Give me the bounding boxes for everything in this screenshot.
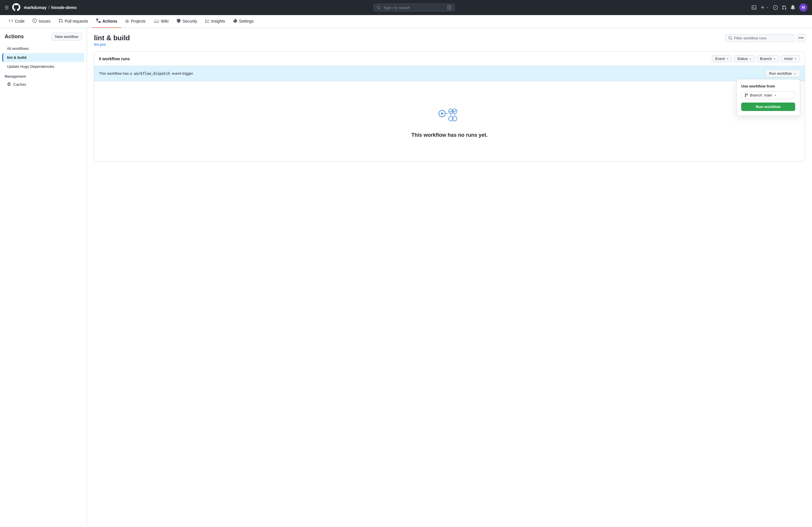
actor-chevron-icon bbox=[794, 57, 797, 60]
filter-input[interactable] bbox=[734, 36, 792, 40]
new-workflow-button[interactable]: New workflow bbox=[51, 33, 82, 41]
search-bar[interactable]: / bbox=[374, 4, 455, 11]
branch-select[interactable]: Branch: main bbox=[741, 91, 795, 99]
runs-panel: 0 workflow runs Event Status Branch bbox=[94, 51, 805, 162]
top-nav: ☰ markdumay / hinode-demo / bbox=[0, 0, 812, 15]
content-title-area: lint & build lint.yml bbox=[94, 34, 130, 47]
insights-icon bbox=[205, 19, 209, 24]
nav-insights-label: Insights bbox=[211, 19, 225, 24]
event-label: Event bbox=[715, 57, 725, 61]
run-workflow-label: Run workflow bbox=[769, 71, 792, 76]
status-chevron-icon bbox=[749, 57, 752, 60]
search-area: / bbox=[81, 4, 747, 11]
issues-icon bbox=[32, 18, 37, 24]
runs-header: 0 workflow runs Event Status Branch bbox=[94, 51, 805, 66]
sidebar-header: Actions New workflow bbox=[0, 33, 87, 44]
nav-actions[interactable]: Actions bbox=[92, 15, 121, 28]
event-filter-btn[interactable]: Event bbox=[712, 55, 732, 62]
sidebar-all-workflows[interactable]: All workflows bbox=[2, 44, 84, 53]
status-filter-btn[interactable]: Status bbox=[734, 55, 755, 62]
terminal-btn[interactable] bbox=[752, 5, 756, 10]
page-title: lint & build bbox=[94, 34, 130, 42]
nav-pull-requests[interactable]: Pull requests bbox=[55, 15, 92, 28]
sidebar-item-update-hugo[interactable]: Update Hugo Dependencies bbox=[2, 62, 84, 71]
branch-chevron-icon bbox=[773, 57, 776, 60]
svg-marker-1 bbox=[441, 112, 444, 115]
settings-icon bbox=[233, 19, 237, 24]
nav-wiki-label: Wiki bbox=[161, 19, 169, 24]
page-subtitle: lint.yml bbox=[94, 42, 130, 47]
sidebar: Actions New workflow All workflows lint … bbox=[0, 28, 87, 526]
content-header: lint & build lint.yml ••• bbox=[94, 34, 805, 47]
avatar[interactable]: M bbox=[799, 3, 807, 12]
nav-pr-label: Pull requests bbox=[65, 19, 88, 24]
nav-wiki[interactable]: 📖 Wiki bbox=[150, 15, 173, 28]
notifications-btn[interactable] bbox=[791, 5, 795, 10]
run-workflow-confirm-btn[interactable]: Run workflow bbox=[741, 103, 795, 111]
search-icon bbox=[377, 5, 381, 10]
lint-yml-link[interactable]: lint.yml bbox=[94, 42, 105, 47]
content-area: lint & build lint.yml ••• 0 workflow run… bbox=[87, 28, 812, 526]
repo-owner-link[interactable]: markdumay bbox=[24, 5, 47, 10]
code-icon bbox=[9, 18, 13, 24]
nav-settings[interactable]: Settings bbox=[229, 15, 258, 28]
more-options-btn[interactable]: ••• bbox=[797, 34, 805, 42]
dispatch-text: This workflow has a workflow_dispatch ev… bbox=[99, 71, 194, 76]
branch-select-label: Branch: main bbox=[750, 93, 772, 97]
sidebar-title: Actions bbox=[5, 34, 24, 40]
nav-issues[interactable]: Issues bbox=[28, 15, 54, 28]
branch-filter-btn[interactable]: Branch bbox=[757, 55, 779, 62]
actions-icon bbox=[96, 18, 101, 24]
empty-state: This workflow has no runs yet. bbox=[94, 81, 805, 161]
filter-search-icon bbox=[728, 36, 732, 40]
management-label: Management bbox=[0, 71, 87, 80]
top-nav-right: M bbox=[752, 3, 807, 12]
dispatch-code: workflow_dispatch bbox=[133, 71, 171, 76]
actor-filter-btn[interactable]: Actor bbox=[781, 55, 800, 62]
nav-security[interactable]: Security bbox=[173, 15, 201, 28]
dropdown-label: Use workflow from bbox=[741, 84, 795, 88]
pull-request-nav-btn[interactable] bbox=[782, 5, 786, 10]
nav-code[interactable]: Code bbox=[5, 15, 28, 28]
status-label: Status bbox=[737, 57, 748, 61]
search-kbd: / bbox=[447, 5, 451, 10]
filter-buttons: Event Status Branch Actor bbox=[712, 55, 800, 62]
nav-code-label: Code bbox=[15, 19, 24, 24]
repo-nav: Code Issues Pull requests Actions ⊞ Proj… bbox=[0, 15, 812, 28]
main-layout: Actions New workflow All workflows lint … bbox=[0, 28, 812, 526]
plus-btn[interactable] bbox=[760, 5, 769, 10]
nav-security-label: Security bbox=[183, 19, 197, 24]
nav-insights[interactable]: Insights bbox=[201, 15, 229, 28]
top-nav-left: ☰ markdumay / hinode-demo bbox=[5, 3, 76, 12]
sidebar-item-caches[interactable]: Caches bbox=[2, 80, 84, 89]
run-workflow-button[interactable]: Run workflow bbox=[765, 70, 800, 77]
filter-area: ••• bbox=[725, 34, 805, 42]
nav-issues-label: Issues bbox=[39, 19, 50, 24]
run-workflow-btn-wrap: Run workflow Use workflow from Branch: m… bbox=[765, 70, 800, 77]
github-logo[interactable] bbox=[12, 3, 20, 12]
run-workflow-chevron bbox=[794, 72, 796, 75]
dispatch-notice: This workflow has a workflow_dispatch ev… bbox=[94, 66, 805, 81]
repo-path: markdumay / hinode-demo bbox=[24, 5, 76, 10]
caches-icon bbox=[7, 82, 11, 87]
issues-nav-btn[interactable] bbox=[773, 5, 778, 10]
event-chevron-icon bbox=[726, 57, 729, 60]
security-icon bbox=[177, 19, 181, 24]
nav-projects[interactable]: ⊞ Projects bbox=[121, 15, 150, 28]
nav-actions-label: Actions bbox=[102, 19, 117, 24]
runs-count: 0 workflow runs bbox=[99, 57, 130, 61]
caches-label: Caches bbox=[13, 82, 26, 87]
hamburger-menu[interactable]: ☰ bbox=[5, 5, 9, 11]
sidebar-item-lint-build[interactable]: lint & build bbox=[2, 53, 84, 62]
pr-icon bbox=[59, 18, 63, 24]
nav-settings-label: Settings bbox=[239, 19, 254, 24]
repo-name-link[interactable]: hinode-demo bbox=[51, 5, 76, 10]
search-input[interactable] bbox=[383, 5, 445, 10]
empty-state-icon bbox=[438, 104, 461, 127]
branch-select-icon bbox=[744, 93, 748, 97]
branch-select-chevron bbox=[774, 94, 777, 97]
projects-icon: ⊞ bbox=[125, 18, 129, 24]
filter-input-wrap[interactable] bbox=[725, 34, 795, 42]
wiki-icon: 📖 bbox=[154, 18, 159, 24]
path-separator: / bbox=[48, 5, 49, 10]
